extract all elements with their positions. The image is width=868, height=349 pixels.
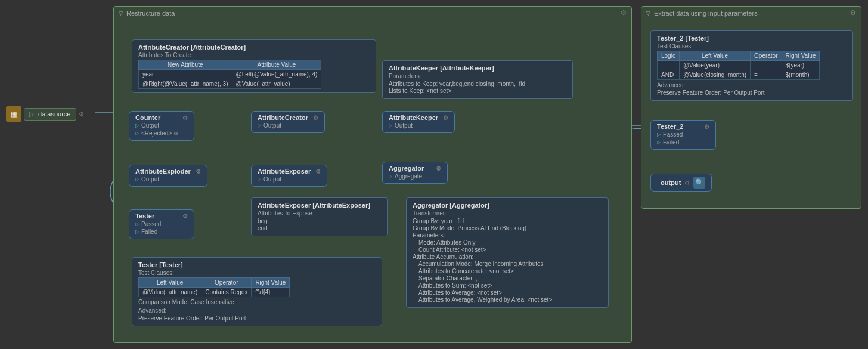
axe-output-port: ▷ Output xyxy=(258,176,321,183)
restructure-panel-title: Restructure data xyxy=(126,10,175,17)
col-right: Right Value xyxy=(782,51,820,61)
axe-info-line2: end xyxy=(258,225,382,231)
datasource-arrow: ▷ xyxy=(29,110,34,118)
rejected-dot xyxy=(174,132,178,135)
t2-left-2: @Value(closing_month) xyxy=(679,70,750,80)
table-row: @Value(_attr_name) Contains Regex ^\d{4} xyxy=(139,288,290,297)
axe-gear[interactable]: ⚙ xyxy=(315,168,321,175)
attribute-keeper-info: AttributeKeeper [AttributeKeeper] Parame… xyxy=(382,60,573,99)
attribute-keeper-subtitle: Parameters: xyxy=(389,73,566,79)
table-row: AND @Value(closing_month) = $(month) xyxy=(658,70,820,80)
ae-output-port: ▷ Output xyxy=(135,176,201,183)
tester-comparison: Comparison Mode: Case Insensitive xyxy=(138,299,376,305)
tester2-advanced-value: Preserve Feature Order: Per Output Port xyxy=(657,89,847,96)
attribute-creator-node: AttributeCreator ⚙ ▷ Output xyxy=(251,111,325,133)
tester2-failed-port: ▷ Failed xyxy=(657,139,709,146)
t2-right-1: $(year) xyxy=(782,61,820,70)
attribute-creator-info: AttributeCreator [AttributeCreator] Attr… xyxy=(132,39,376,93)
agg-line-1: Group By Mode: Process At End (Blocking) xyxy=(413,225,602,231)
port-arrow: ▷ xyxy=(135,123,139,128)
t2-op-2: = xyxy=(751,70,782,80)
attribute-creator-subtitle: Attributes To Create: xyxy=(138,52,370,58)
extract-gear-icon[interactable]: ⚙ xyxy=(850,9,856,17)
ak-gear[interactable]: ⚙ xyxy=(443,115,448,121)
cell-year: year xyxy=(139,70,232,79)
datasource-icon: ▦ xyxy=(6,106,21,122)
tester-info-subtitle: Test Clauses: xyxy=(138,270,376,276)
ac-gear[interactable]: ⚙ xyxy=(313,115,318,121)
agg-gear[interactable]: ⚙ xyxy=(436,165,441,172)
attribute-keeper-line1: Attributes to Keep: year,beg,end,closing… xyxy=(389,81,566,87)
col-right-value: Right Value xyxy=(252,278,290,288)
output-gear-icon[interactable]: ⚙ xyxy=(684,180,690,186)
datasource-gear-icon[interactable]: ⚙ xyxy=(79,111,84,118)
ak-node-name: AttributeKeeper ⚙ xyxy=(389,114,448,121)
extract-panel-title: Extract data using input parameters xyxy=(654,10,758,17)
restructure-panel: ▽ Restructure data ⚙ AttributeCreator [A… xyxy=(113,6,632,343)
counter-node-name: Counter ⚙ xyxy=(135,114,188,121)
port-arrow-rej: ▷ xyxy=(135,131,139,136)
attribute-keeper-node: AttributeKeeper ⚙ ▷ Output xyxy=(382,111,455,133)
port-arrow: ▷ xyxy=(258,123,261,128)
aggregator-node: Aggregator ⚙ ▷ Aggregate xyxy=(382,162,448,184)
counter-rejected-port: ▷ <Rejected> xyxy=(135,130,188,137)
output-search-icon[interactable]: 🔍 xyxy=(693,177,705,189)
port-arrow: ▷ xyxy=(135,221,139,227)
aggregator-info: Aggregator [Aggregator] Transformer: Gro… xyxy=(406,197,609,308)
agg-aggregate-port: ▷ Aggregate xyxy=(389,173,441,180)
restructure-gear-icon[interactable]: ⚙ xyxy=(621,9,627,17)
port-arrow: ▷ xyxy=(135,229,139,234)
counter-output-port: ▷ Output xyxy=(135,122,188,129)
agg-line-9: Attributes to Sum: <not set> xyxy=(413,282,602,289)
axe-node-name: AttributeExposer ⚙ xyxy=(258,168,321,175)
tester2-info-subtitle: Test Clauses: xyxy=(657,43,847,50)
counter-gear[interactable]: ⚙ xyxy=(182,115,188,121)
tester-op: Contains Regex xyxy=(202,288,252,297)
port-arrow: ▷ xyxy=(389,174,392,179)
axe-info-line1: beg xyxy=(258,218,382,224)
tester-info: Tester [Tester] Test Clauses: Left Value… xyxy=(132,257,382,326)
tester-node-name: Tester ⚙ xyxy=(135,212,188,220)
counter-node: Counter ⚙ ▷ Output ▷ <Rejected> xyxy=(129,111,194,141)
tester-gear[interactable]: ⚙ xyxy=(182,213,188,220)
output-node-name: _output xyxy=(657,179,681,186)
collapse-icon[interactable]: ▽ xyxy=(119,10,123,16)
agg-line-8: Separator Character: , xyxy=(413,275,602,282)
tester2-gear[interactable]: ⚙ xyxy=(704,123,709,130)
t2-logic-2: AND xyxy=(658,70,680,80)
ae-gear[interactable]: ⚙ xyxy=(196,168,201,175)
extract-collapse-icon[interactable]: ▽ xyxy=(646,10,650,16)
agg-line-6: Accumulation Mode: Merge Incoming Attrib… xyxy=(413,261,602,267)
agg-node-name: Aggregator ⚙ xyxy=(389,165,441,172)
col-new-attribute: New Attribute xyxy=(139,60,232,70)
tester-advanced-value: Preserve Feature Order: Per Output Port xyxy=(138,315,376,322)
t2-right-2: $(month) xyxy=(782,70,820,80)
datasource-node: ▦ ▷ datasource ⚙ xyxy=(6,106,84,122)
extract-panel: ▽ Extract data using input parameters ⚙ … xyxy=(641,6,861,209)
tester-failed-port: ▷ Failed xyxy=(135,228,188,235)
tester2-node-name: Tester_2 ⚙ xyxy=(657,123,709,130)
agg-info-title: Aggregator [Aggregator] xyxy=(413,202,602,209)
ak-output-port: ▷ Output xyxy=(389,122,448,129)
tester2-table: Logic Left Value Operator Right Value @V… xyxy=(657,51,820,80)
agg-line-5: Attribute Accumulation: xyxy=(413,254,602,260)
agg-line-0: Group By: year _fid xyxy=(413,218,602,224)
datasource-label[interactable]: ▷ datasource xyxy=(24,108,76,121)
tester-table: Left Value Operator Right Value @Value(_… xyxy=(138,277,290,297)
tester-node: Tester ⚙ ▷ Passed ▷ Failed xyxy=(129,209,194,239)
col-operator: Operator xyxy=(202,278,252,288)
col-left: Left Value xyxy=(679,51,750,61)
tester-passed-port: ▷ Passed xyxy=(135,221,188,227)
tester-right: ^\d{4} xyxy=(252,288,290,297)
restructure-panel-header: ▽ Restructure data ⚙ xyxy=(114,7,631,19)
t2-left-1: @Value(year) xyxy=(679,61,750,70)
t2-op-1: = xyxy=(751,61,782,70)
port-arrow: ▷ xyxy=(135,177,139,182)
table-row: @Right(@Value(_attr_name), 3) @Value(_at… xyxy=(139,79,321,89)
attribute-keeper-line2: Lists to Keep: <not set> xyxy=(389,88,566,94)
attribute-keeper-title: AttributeKeeper [AttributeKeeper] xyxy=(389,64,566,72)
tester2-passed-port: ▷ Passed xyxy=(657,131,709,138)
tester2-advanced-label: Advanced: xyxy=(657,82,847,88)
extract-panel-header: ▽ Extract data using input parameters ⚙ xyxy=(641,7,861,19)
port-arrow-failed: ▷ xyxy=(657,140,661,145)
